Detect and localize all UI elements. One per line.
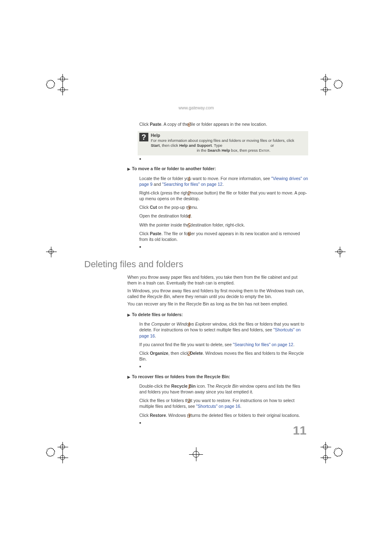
- step-number: 1: [182, 382, 191, 391]
- step-number: 6: [182, 230, 191, 238]
- start-label: Start: [151, 143, 160, 148]
- help-title: Help: [151, 133, 306, 138]
- registration-mark-icon: [46, 442, 71, 467]
- step-number: 1: [182, 320, 191, 328]
- page-number: 11: [293, 423, 307, 437]
- organize-label: Organize: [150, 351, 168, 356]
- recover-step-3: 3 Click Restore. Windows returns the del…: [139, 412, 308, 418]
- keyword2: moving files and folders: [151, 148, 196, 153]
- step-number: 2: [182, 349, 191, 358]
- text: Right-click (press the right mouse butto…: [139, 190, 307, 201]
- registration-mark-icon: [46, 247, 71, 271]
- procedure-heading-recover: ▶To recover files or folders from the Re…: [127, 374, 308, 379]
- cut-label: Cut: [150, 205, 157, 210]
- paste-label: Paste: [150, 231, 161, 236]
- delete-step-1-note: If you cannot find the file you want to …: [139, 342, 308, 347]
- step-number: 2: [182, 397, 191, 405]
- registration-mark-icon: [321, 74, 345, 99]
- registration-mark-icon: [321, 442, 345, 467]
- paste-label: Paste: [150, 122, 161, 127]
- link-shortcuts[interactable]: "Shortcuts" on page 16: [196, 404, 240, 409]
- helpsupport-label: Help and Support: [179, 143, 212, 148]
- move-step-6: 6 Click Paste. The file or folder you mo…: [139, 231, 308, 242]
- registration-mark-icon: [335, 247, 360, 271]
- text: Click: [139, 122, 150, 127]
- move-step-4: 4 Open the destination folder.: [139, 213, 308, 219]
- help-icon: ?: [139, 133, 148, 141]
- searchhelp-label: Search Help: [208, 148, 230, 153]
- end-marker-icon: ■: [139, 421, 308, 425]
- link-searching-files[interactable]: "Searching for files" on page 12: [162, 182, 222, 187]
- end-marker-icon: ■: [139, 365, 308, 368]
- recycle-bin-term: Recycle Bin: [147, 294, 170, 299]
- keyword1: copying files and folders: [224, 143, 270, 148]
- step-number: 5: [182, 221, 191, 229]
- heading-text: To recover files or folders from the Rec…: [132, 374, 230, 379]
- header-url[interactable]: www.gateway.com: [84, 105, 308, 111]
- step-number: 6: [182, 120, 191, 129]
- heading-text: To delete files or folders:: [132, 312, 183, 317]
- paragraph: In Windows, you throw away files and fol…: [127, 288, 308, 299]
- procedure-heading-move: ▶To move a file or folder to another fol…: [127, 166, 308, 171]
- text: . A copy of the file or folder appears i…: [161, 122, 267, 127]
- step-number: 3: [182, 204, 191, 212]
- help-text: For more information about copying files…: [151, 138, 294, 143]
- move-step-5: 5 With the pointer inside the destinatio…: [139, 222, 308, 228]
- triangle-icon: ▶: [127, 375, 130, 379]
- help-callout: ? Help For more information about copyin…: [138, 131, 308, 155]
- restore-label: Restore: [150, 413, 166, 418]
- delete-step-2: 2 Click Organize, then click Delete. Win…: [139, 350, 308, 362]
- delete-step-1: 1 In the Computer or Windows Explorer wi…: [139, 321, 308, 339]
- page-content: www.gateway.com 6 Click Paste. A copy of…: [84, 105, 308, 426]
- enter-key: Enter: [259, 148, 269, 153]
- link-searching-files[interactable]: "Searching for files" on page 12: [233, 342, 293, 347]
- end-marker-icon: ■: [139, 245, 308, 249]
- text: Locate the file or folder you want to mo…: [139, 176, 271, 181]
- registration-mark-icon: [189, 447, 214, 472]
- delete-label: Delete: [190, 351, 203, 356]
- move-step-3: 3 Click Cut on the pop-up menu.: [139, 204, 308, 210]
- heading-text: To move a file or folder to another fold…: [132, 166, 216, 171]
- move-step-1: 1 Locate the file or folder you want to …: [139, 176, 308, 187]
- text: With the pointer inside the destination …: [139, 222, 245, 227]
- triangle-icon: ▶: [127, 166, 130, 171]
- recover-step-2: 2 Click the files or folders that you wa…: [139, 398, 308, 409]
- paragraph: When you throw away paper files and fold…: [127, 274, 308, 286]
- section-heading-deleting: Deleting files and folders: [84, 258, 308, 271]
- copy-step-6: 6 Click Paste. A copy of the file or fol…: [84, 121, 308, 161]
- registration-mark-icon: [46, 74, 71, 99]
- recover-step-1: 1 Double-click the Recycle Bin icon. The…: [139, 383, 308, 395]
- step-number: 2: [182, 189, 191, 197]
- move-step-2: 2 Right-click (press the right mouse but…: [139, 190, 308, 201]
- end-marker-icon: ■: [139, 157, 308, 161]
- step-number: 4: [182, 212, 191, 220]
- step-number: 1: [182, 175, 191, 183]
- step-number: 3: [182, 412, 191, 420]
- triangle-icon: ▶: [127, 312, 130, 317]
- step-text: 6 Click Paste. A copy of the file or fol…: [139, 121, 308, 127]
- procedure-heading-delete: ▶To delete files or folders:: [127, 312, 308, 317]
- paragraph: You can recover any file in the Recycle …: [127, 301, 308, 307]
